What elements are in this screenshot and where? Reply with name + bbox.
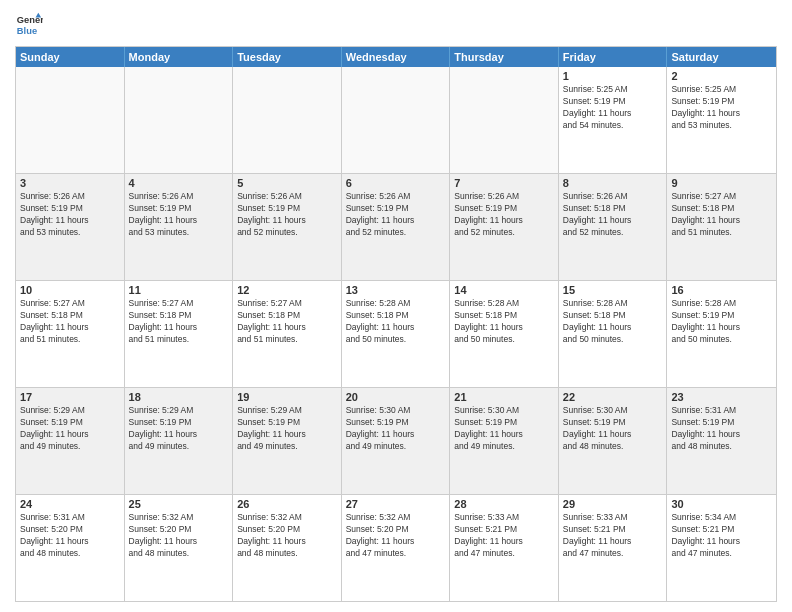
day-info: Sunrise: 5:30 AM Sunset: 5:19 PM Dayligh… bbox=[563, 405, 663, 453]
day-info: Sunrise: 5:26 AM Sunset: 5:19 PM Dayligh… bbox=[237, 191, 337, 239]
day-number: 23 bbox=[671, 391, 772, 403]
day-info: Sunrise: 5:29 AM Sunset: 5:19 PM Dayligh… bbox=[237, 405, 337, 453]
day-info: Sunrise: 5:26 AM Sunset: 5:19 PM Dayligh… bbox=[454, 191, 554, 239]
day-number: 7 bbox=[454, 177, 554, 189]
day-number: 28 bbox=[454, 498, 554, 510]
day-info: Sunrise: 5:32 AM Sunset: 5:20 PM Dayligh… bbox=[237, 512, 337, 560]
calendar-row-3: 17Sunrise: 5:29 AM Sunset: 5:19 PM Dayli… bbox=[16, 387, 776, 494]
day-number: 20 bbox=[346, 391, 446, 403]
day-number: 27 bbox=[346, 498, 446, 510]
day-info: Sunrise: 5:28 AM Sunset: 5:18 PM Dayligh… bbox=[563, 298, 663, 346]
calendar-cell-day-10: 10Sunrise: 5:27 AM Sunset: 5:18 PM Dayli… bbox=[16, 281, 125, 387]
calendar-cell-empty-0-2 bbox=[233, 67, 342, 173]
calendar-cell-day-4: 4Sunrise: 5:26 AM Sunset: 5:19 PM Daylig… bbox=[125, 174, 234, 280]
day-info: Sunrise: 5:28 AM Sunset: 5:18 PM Dayligh… bbox=[454, 298, 554, 346]
calendar-cell-day-29: 29Sunrise: 5:33 AM Sunset: 5:21 PM Dayli… bbox=[559, 495, 668, 601]
day-info: Sunrise: 5:33 AM Sunset: 5:21 PM Dayligh… bbox=[454, 512, 554, 560]
day-info: Sunrise: 5:31 AM Sunset: 5:20 PM Dayligh… bbox=[20, 512, 120, 560]
day-number: 10 bbox=[20, 284, 120, 296]
day-number: 2 bbox=[671, 70, 772, 82]
day-number: 21 bbox=[454, 391, 554, 403]
day-number: 1 bbox=[563, 70, 663, 82]
calendar-cell-day-3: 3Sunrise: 5:26 AM Sunset: 5:19 PM Daylig… bbox=[16, 174, 125, 280]
calendar-cell-day-24: 24Sunrise: 5:31 AM Sunset: 5:20 PM Dayli… bbox=[16, 495, 125, 601]
header-day-friday: Friday bbox=[559, 47, 668, 67]
day-info: Sunrise: 5:26 AM Sunset: 5:19 PM Dayligh… bbox=[129, 191, 229, 239]
logo-icon: General Blue bbox=[15, 10, 43, 38]
day-info: Sunrise: 5:34 AM Sunset: 5:21 PM Dayligh… bbox=[671, 512, 772, 560]
calendar-cell-empty-0-1 bbox=[125, 67, 234, 173]
day-info: Sunrise: 5:29 AM Sunset: 5:19 PM Dayligh… bbox=[129, 405, 229, 453]
day-info: Sunrise: 5:30 AM Sunset: 5:19 PM Dayligh… bbox=[346, 405, 446, 453]
calendar-cell-day-20: 20Sunrise: 5:30 AM Sunset: 5:19 PM Dayli… bbox=[342, 388, 451, 494]
calendar-cell-day-18: 18Sunrise: 5:29 AM Sunset: 5:19 PM Dayli… bbox=[125, 388, 234, 494]
calendar-cell-day-8: 8Sunrise: 5:26 AM Sunset: 5:18 PM Daylig… bbox=[559, 174, 668, 280]
day-info: Sunrise: 5:26 AM Sunset: 5:19 PM Dayligh… bbox=[346, 191, 446, 239]
calendar-cell-day-21: 21Sunrise: 5:30 AM Sunset: 5:19 PM Dayli… bbox=[450, 388, 559, 494]
calendar-cell-day-2: 2Sunrise: 5:25 AM Sunset: 5:19 PM Daylig… bbox=[667, 67, 776, 173]
calendar-cell-empty-0-0 bbox=[16, 67, 125, 173]
day-number: 3 bbox=[20, 177, 120, 189]
header-day-monday: Monday bbox=[125, 47, 234, 67]
header-day-tuesday: Tuesday bbox=[233, 47, 342, 67]
day-number: 11 bbox=[129, 284, 229, 296]
day-info: Sunrise: 5:28 AM Sunset: 5:19 PM Dayligh… bbox=[671, 298, 772, 346]
day-number: 19 bbox=[237, 391, 337, 403]
calendar-cell-day-11: 11Sunrise: 5:27 AM Sunset: 5:18 PM Dayli… bbox=[125, 281, 234, 387]
day-number: 16 bbox=[671, 284, 772, 296]
header-day-thursday: Thursday bbox=[450, 47, 559, 67]
day-info: Sunrise: 5:27 AM Sunset: 5:18 PM Dayligh… bbox=[237, 298, 337, 346]
calendar-cell-day-1: 1Sunrise: 5:25 AM Sunset: 5:19 PM Daylig… bbox=[559, 67, 668, 173]
header-day-sunday: Sunday bbox=[16, 47, 125, 67]
calendar-cell-day-22: 22Sunrise: 5:30 AM Sunset: 5:19 PM Dayli… bbox=[559, 388, 668, 494]
day-info: Sunrise: 5:31 AM Sunset: 5:19 PM Dayligh… bbox=[671, 405, 772, 453]
header-day-wednesday: Wednesday bbox=[342, 47, 451, 67]
page: General Blue SundayMondayTuesdayWednesda… bbox=[0, 0, 792, 612]
day-info: Sunrise: 5:32 AM Sunset: 5:20 PM Dayligh… bbox=[346, 512, 446, 560]
calendar-cell-day-5: 5Sunrise: 5:26 AM Sunset: 5:19 PM Daylig… bbox=[233, 174, 342, 280]
day-info: Sunrise: 5:27 AM Sunset: 5:18 PM Dayligh… bbox=[129, 298, 229, 346]
day-info: Sunrise: 5:32 AM Sunset: 5:20 PM Dayligh… bbox=[129, 512, 229, 560]
svg-text:Blue: Blue bbox=[17, 26, 37, 36]
day-number: 25 bbox=[129, 498, 229, 510]
calendar-cell-day-26: 26Sunrise: 5:32 AM Sunset: 5:20 PM Dayli… bbox=[233, 495, 342, 601]
day-info: Sunrise: 5:33 AM Sunset: 5:21 PM Dayligh… bbox=[563, 512, 663, 560]
calendar-row-4: 24Sunrise: 5:31 AM Sunset: 5:20 PM Dayli… bbox=[16, 494, 776, 601]
day-number: 22 bbox=[563, 391, 663, 403]
day-info: Sunrise: 5:27 AM Sunset: 5:18 PM Dayligh… bbox=[671, 191, 772, 239]
day-number: 13 bbox=[346, 284, 446, 296]
day-info: Sunrise: 5:28 AM Sunset: 5:18 PM Dayligh… bbox=[346, 298, 446, 346]
day-number: 5 bbox=[237, 177, 337, 189]
calendar-cell-day-27: 27Sunrise: 5:32 AM Sunset: 5:20 PM Dayli… bbox=[342, 495, 451, 601]
calendar-body: 1Sunrise: 5:25 AM Sunset: 5:19 PM Daylig… bbox=[16, 67, 776, 601]
calendar: SundayMondayTuesdayWednesdayThursdayFrid… bbox=[15, 46, 777, 602]
day-number: 9 bbox=[671, 177, 772, 189]
calendar-cell-day-19: 19Sunrise: 5:29 AM Sunset: 5:19 PM Dayli… bbox=[233, 388, 342, 494]
day-number: 17 bbox=[20, 391, 120, 403]
day-number: 8 bbox=[563, 177, 663, 189]
calendar-cell-day-16: 16Sunrise: 5:28 AM Sunset: 5:19 PM Dayli… bbox=[667, 281, 776, 387]
day-number: 14 bbox=[454, 284, 554, 296]
day-info: Sunrise: 5:26 AM Sunset: 5:19 PM Dayligh… bbox=[20, 191, 120, 239]
calendar-cell-day-12: 12Sunrise: 5:27 AM Sunset: 5:18 PM Dayli… bbox=[233, 281, 342, 387]
day-number: 30 bbox=[671, 498, 772, 510]
logo: General Blue bbox=[15, 10, 47, 38]
day-info: Sunrise: 5:25 AM Sunset: 5:19 PM Dayligh… bbox=[563, 84, 663, 132]
header-day-saturday: Saturday bbox=[667, 47, 776, 67]
calendar-cell-day-28: 28Sunrise: 5:33 AM Sunset: 5:21 PM Dayli… bbox=[450, 495, 559, 601]
calendar-cell-day-7: 7Sunrise: 5:26 AM Sunset: 5:19 PM Daylig… bbox=[450, 174, 559, 280]
calendar-cell-day-9: 9Sunrise: 5:27 AM Sunset: 5:18 PM Daylig… bbox=[667, 174, 776, 280]
day-info: Sunrise: 5:26 AM Sunset: 5:18 PM Dayligh… bbox=[563, 191, 663, 239]
calendar-cell-day-6: 6Sunrise: 5:26 AM Sunset: 5:19 PM Daylig… bbox=[342, 174, 451, 280]
day-number: 12 bbox=[237, 284, 337, 296]
day-number: 4 bbox=[129, 177, 229, 189]
header: General Blue bbox=[15, 10, 777, 38]
calendar-cell-day-14: 14Sunrise: 5:28 AM Sunset: 5:18 PM Dayli… bbox=[450, 281, 559, 387]
day-info: Sunrise: 5:29 AM Sunset: 5:19 PM Dayligh… bbox=[20, 405, 120, 453]
calendar-cell-empty-0-4 bbox=[450, 67, 559, 173]
day-number: 26 bbox=[237, 498, 337, 510]
calendar-row-0: 1Sunrise: 5:25 AM Sunset: 5:19 PM Daylig… bbox=[16, 67, 776, 173]
day-info: Sunrise: 5:30 AM Sunset: 5:19 PM Dayligh… bbox=[454, 405, 554, 453]
calendar-cell-day-13: 13Sunrise: 5:28 AM Sunset: 5:18 PM Dayli… bbox=[342, 281, 451, 387]
day-number: 15 bbox=[563, 284, 663, 296]
